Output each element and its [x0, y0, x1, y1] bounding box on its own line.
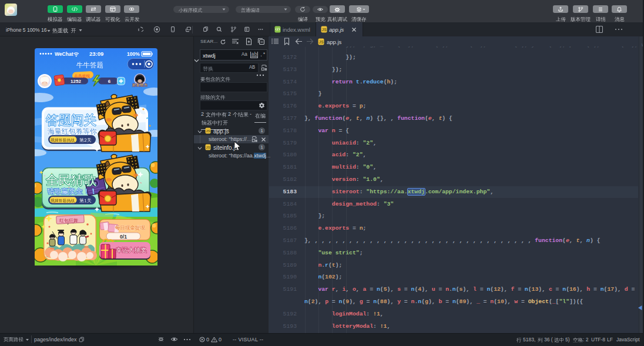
svg-text:JS: JS [319, 40, 324, 44]
svg-text:JS: JS [206, 129, 210, 133]
svg-text:JS: JS [206, 146, 210, 149]
svg-text:JS: JS [322, 28, 327, 32]
svg-text:0/1: 0/1 [120, 234, 127, 240]
